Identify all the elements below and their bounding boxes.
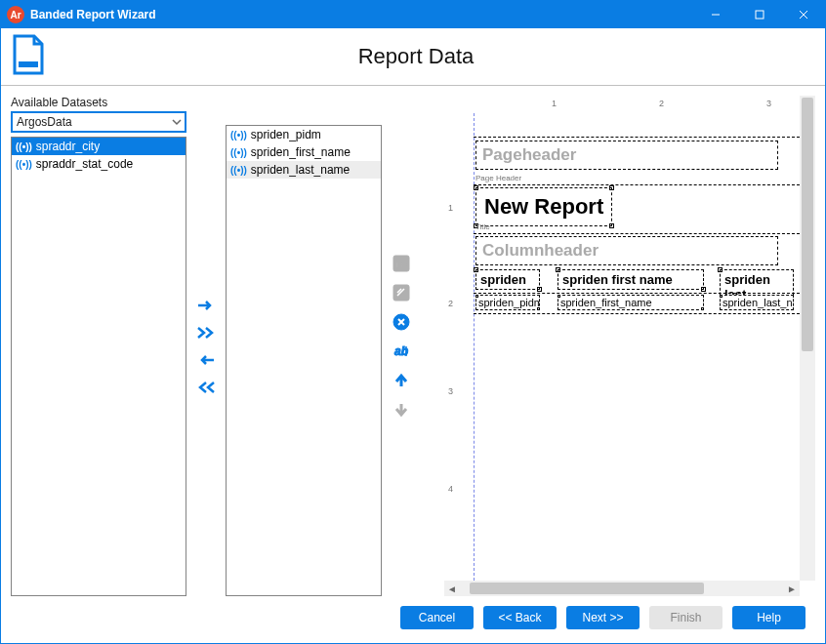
- datasets-selected-value: ArgosData: [17, 115, 171, 129]
- wizard-footer: Cancel << Back Next >> Finish Help: [1, 596, 825, 643]
- selected-fields-list[interactable]: ((•)) spriden_pidm ((•)) spriden_first_n…: [226, 125, 382, 596]
- report-canvas[interactable]: Pageheader Page Header New Report Title: [462, 113, 800, 581]
- band-label: Title: [475, 222, 490, 231]
- band-separator: [474, 313, 800, 314]
- column-header-box[interactable]: spriden first name: [558, 269, 704, 290]
- band-separator: [474, 184, 800, 185]
- cancel-button[interactable]: Cancel: [400, 606, 474, 629]
- titlebar: Ar Banded Report Wizard: [1, 1, 825, 28]
- field-icon: ((•)): [230, 147, 247, 158]
- scroll-right-icon[interactable]: ►: [784, 581, 800, 596]
- wizard-header: Report Data: [1, 28, 825, 86]
- margin-guide: [474, 113, 475, 581]
- edit-field-button[interactable]: [390, 281, 413, 304]
- report-icon: [11, 34, 46, 79]
- pageheader-placeholder[interactable]: Pageheader: [475, 141, 778, 170]
- list-item[interactable]: ((•)) spraddr_city: [12, 138, 186, 155]
- available-panel: Available Datasets ArgosData ((•)) sprad…: [11, 96, 186, 596]
- list-item-label: spriden_pidm: [251, 128, 321, 141]
- report-title-box[interactable]: New Report: [475, 187, 612, 226]
- rename-field-button[interactable]: ab: [390, 340, 413, 363]
- band-label: Page Header: [475, 174, 521, 182]
- field-icon: ((•)): [230, 165, 247, 176]
- move-down-button[interactable]: [390, 398, 413, 422]
- vertical-ruler: 1 2 3 4: [444, 113, 462, 581]
- wizard-body: Available Datasets ArgosData ((•)) sprad…: [1, 86, 825, 596]
- selected-panel: ((•)) spriden_pidm ((•)) spriden_first_n…: [226, 121, 382, 596]
- field-tools: E= ab: [388, 252, 415, 596]
- report-preview[interactable]: 1 2 3 1 2 3 4 Pageheader: [421, 96, 815, 596]
- detail-field-box[interactable]: spriden_last_nam: [720, 295, 794, 310]
- list-item-label: spriden_last_name: [251, 163, 350, 177]
- next-button[interactable]: Next >>: [566, 606, 640, 629]
- available-fields-list[interactable]: ((•)) spraddr_city ((•)) spraddr_stat_co…: [11, 137, 186, 596]
- column-header-box[interactable]: spriden: [475, 269, 540, 290]
- list-item[interactable]: ((•)) spraddr_stat_code: [12, 155, 186, 173]
- app-icon: Ar: [7, 6, 24, 23]
- chevron-down-icon: [171, 116, 183, 128]
- list-item-label: spriden_first_name: [251, 145, 351, 159]
- detail-field-box[interactable]: spriden_first_name: [558, 295, 704, 310]
- remove-all-button[interactable]: [194, 378, 218, 397]
- scroll-left-icon[interactable]: ◄: [444, 581, 460, 596]
- field-icon: ((•)): [16, 159, 32, 170]
- window-controls: [693, 1, 825, 28]
- band-separator: [474, 293, 800, 294]
- field-icon: ((•)): [16, 141, 32, 152]
- maximize-button[interactable]: [737, 1, 781, 28]
- delete-field-button[interactable]: [390, 310, 413, 334]
- vertical-scrollbar[interactable]: [800, 96, 815, 581]
- svg-text:E=: E=: [396, 261, 406, 269]
- band-separator: [474, 137, 800, 138]
- columnheader-placeholder[interactable]: Columnheader: [475, 236, 778, 265]
- calc-field-button[interactable]: E=: [390, 252, 413, 275]
- minimize-button[interactable]: [693, 1, 737, 28]
- window-title: Banded Report Wizard: [30, 8, 693, 21]
- wizard-window: Ar Banded Report Wizard Report Data: [0, 0, 826, 644]
- list-item[interactable]: ((•)) spriden_first_name: [227, 143, 381, 161]
- page-title: Report Data: [56, 44, 815, 69]
- add-all-button[interactable]: [194, 323, 218, 342]
- help-button[interactable]: Help: [732, 606, 805, 629]
- svg-rect-1: [756, 11, 764, 19]
- horizontal-ruler: 1 2 3: [474, 96, 800, 113]
- svg-rect-4: [19, 61, 38, 67]
- remove-field-button[interactable]: [194, 350, 218, 370]
- field-icon: ((•)): [230, 130, 247, 141]
- detail-field-box[interactable]: spriden_pidm: [475, 295, 540, 310]
- datasets-label: Available Datasets: [11, 96, 186, 109]
- datasets-dropdown[interactable]: ArgosData: [11, 111, 186, 133]
- move-up-button[interactable]: [390, 369, 413, 392]
- horizontal-scrollbar[interactable]: ◄ ►: [444, 581, 800, 596]
- back-button[interactable]: << Back: [483, 606, 557, 629]
- add-field-button[interactable]: [194, 296, 218, 315]
- close-button[interactable]: [781, 1, 825, 28]
- move-controls: [192, 96, 220, 596]
- band-separator: [474, 233, 800, 234]
- preview-panel: 1 2 3 1 2 3 4 Pageheader: [421, 96, 815, 596]
- list-item-label: spraddr_city: [36, 140, 100, 153]
- finish-button: Finish: [649, 606, 723, 629]
- list-item[interactable]: ((•)) spriden_last_name: [227, 161, 381, 179]
- list-item-label: spraddr_stat_code: [36, 157, 133, 171]
- list-item[interactable]: ((•)) spriden_pidm: [227, 126, 381, 143]
